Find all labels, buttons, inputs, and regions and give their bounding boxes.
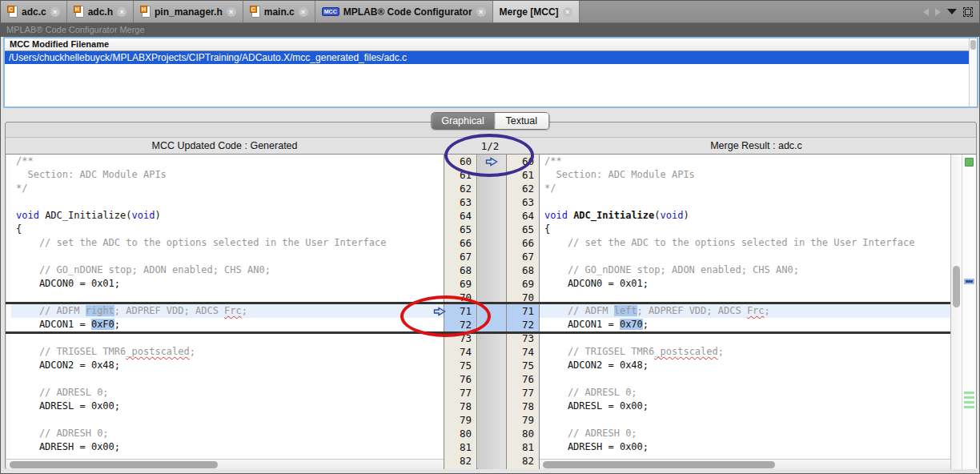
line-number-61: 61	[444, 168, 476, 182]
tab-controls	[917, 1, 979, 22]
code-line-79	[540, 413, 950, 427]
mplab-merge-window: Cadc.c×Hadc.h×Hpin_manager.h×Cmain.c×MCC…	[0, 0, 980, 474]
tabs: Cadc.c×Hadc.h×Hpin_manager.h×Cmain.c×MCC…	[1, 1, 580, 22]
vertical-scrollbar-thumb[interactable]	[953, 266, 960, 307]
maximize-window-icon[interactable]	[963, 7, 973, 17]
left-code-pane[interactable]: /** Section: ADC Module APIs*/void ADC_I…	[6, 155, 444, 469]
code-line-71: // ADFM left; ADPREF VDD; ADCS Frc;	[540, 304, 950, 318]
c-file-icon: C	[7, 6, 18, 18]
code-line-65: {	[11, 223, 444, 236]
line-number-76: 76	[507, 372, 539, 386]
code-line-62: */	[11, 182, 444, 195]
selected-file-row[interactable]: /Users/chuckhellebuyck/MPLABXProjects/CI…	[5, 51, 977, 64]
line-number-65: 65	[444, 223, 476, 236]
line-number-80: 80	[507, 427, 539, 440]
editor-tab-bar: Cadc.c×Hadc.h×Hpin_manager.h×Cmain.c×MCC…	[1, 1, 979, 23]
h-file-icon: H	[140, 6, 151, 18]
line-number-82: 82	[444, 454, 476, 468]
scroll-tabs-left-icon[interactable]	[923, 8, 929, 16]
code-line-60: /**	[11, 155, 444, 168]
line-number-64: 64	[444, 209, 476, 223]
close-tab-icon[interactable]: ×	[50, 7, 60, 17]
diff-content: /** Section: ADC Module APIs*/void ADC_I…	[6, 155, 976, 469]
tab-adc-h[interactable]: Hadc.h×	[67, 1, 134, 22]
line-number-61: 61	[507, 168, 539, 182]
line-number-80: 80	[444, 427, 476, 440]
code-line-63	[11, 195, 444, 209]
line-number-75: 75	[507, 359, 539, 372]
merge-window-title: MPLAB® Code Configurator Merge	[1, 23, 979, 37]
line-number-75: 75	[444, 359, 476, 372]
tab-mplab-code-configurator[interactable]: MCCMPLAB® Code Configurator×	[315, 1, 493, 22]
code-line-80: // ADRESH 0;	[540, 427, 950, 440]
line-number-71: 71	[507, 304, 539, 318]
line-number-81: 81	[507, 440, 539, 454]
close-tab-icon[interactable]: ×	[117, 7, 127, 17]
tab-list-dropdown-icon[interactable]	[947, 9, 957, 14]
mcc-icon: MCC	[322, 7, 339, 16]
line-number-78: 78	[507, 400, 539, 413]
filename-column-header[interactable]: MCC Modified Filename	[5, 38, 977, 51]
horizontal-scrollbar-thumb[interactable]	[543, 461, 775, 468]
code-line-75: ADCON2 = 0x48;	[11, 359, 444, 372]
line-number-77: 77	[507, 386, 539, 400]
close-tab-icon[interactable]: ×	[476, 7, 486, 17]
code-line-61: Section: ADC Module APIs	[540, 168, 950, 182]
file-list-scrollbar-thumb[interactable]	[970, 40, 976, 50]
tab-pin-manager-h[interactable]: Hpin_manager.h×	[134, 1, 243, 22]
stripe-change-marks[interactable]	[964, 392, 974, 411]
c-file-icon: C	[250, 6, 260, 18]
merge-diff-panel: MCC Updated Code : Generated 1/2 Merge R…	[5, 122, 977, 469]
code-line-81: ADRESH = 0x00;	[11, 440, 444, 454]
line-number-66: 66	[444, 236, 476, 250]
right-line-numbers: 6061626364656667686970717273747576777879…	[506, 155, 540, 469]
line-number-66: 66	[507, 236, 539, 250]
code-line-68: // GO_nDONE stop; ADON enabled; CHS AN0;	[540, 263, 950, 277]
code-line-66: // set the ADC to the options selected i…	[11, 236, 444, 250]
code-line-76	[540, 372, 950, 386]
code-line-68: // GO_nDONE stop; ADON enabled; CHS AN0;	[11, 263, 444, 277]
pane-headers: MCC Updated Code : Generated 1/2 Merge R…	[6, 137, 976, 155]
right-pane-title: Merge Result : adc.c	[536, 138, 976, 154]
stripe-status-ok-mark[interactable]	[965, 158, 974, 167]
tab-label: pin_manager.h	[155, 6, 223, 18]
code-line-77: // ADRESL 0;	[540, 386, 950, 400]
right-pane-vertical-scrollbar[interactable]	[950, 155, 962, 469]
graphical-view-button[interactable]: Graphical	[432, 113, 494, 129]
tab-merge-mcc-[interactable]: Merge [MCC]×	[493, 1, 580, 22]
line-number-81: 81	[444, 440, 476, 454]
apply-change-arrow-icon[interactable]	[485, 157, 499, 167]
tab-adc-c[interactable]: Cadc.c×	[1, 1, 67, 22]
code-line-71: // ADFM right; ADPREF VDD; ADCS Frc;	[11, 304, 444, 318]
textual-view-button[interactable]: Textual	[494, 113, 548, 129]
code-line-72: ADCON1 = 0xF0;	[11, 318, 444, 331]
line-number-79: 79	[507, 413, 539, 427]
left-line-numbers: 6061626364656667686970717273747576777879…	[444, 155, 477, 469]
close-tab-icon[interactable]: ×	[299, 7, 308, 17]
line-number-62: 62	[444, 182, 476, 195]
h-file-icon: H	[74, 6, 84, 18]
close-tab-icon[interactable]: ×	[563, 7, 572, 17]
line-number-69: 69	[507, 277, 539, 291]
code-line-78: ADRESL = 0x00;	[540, 400, 950, 413]
scroll-tabs-right-icon[interactable]	[935, 8, 941, 16]
code-line-76	[11, 372, 444, 386]
close-tab-icon[interactable]: ×	[227, 7, 236, 17]
left-pane-horizontal-scrollbar[interactable]	[6, 459, 444, 469]
tab-label: adc.h	[88, 6, 113, 18]
code-line-74: // TRIGSEL TMR6_postscaled;	[540, 345, 950, 359]
code-line-80: // ADRESH 0;	[11, 427, 444, 440]
file-list-scrollbar[interactable]	[969, 38, 977, 106]
stripe-current-diff-mark[interactable]	[964, 279, 974, 284]
left-pane-title: MCC Updated Code : Generated	[6, 138, 444, 154]
line-number-62: 62	[507, 182, 539, 195]
apply-change-arrow-icon[interactable]	[433, 307, 447, 316]
code-line-74: // TRIGSEL TMR6_postscaled;	[11, 345, 444, 359]
line-number-72: 72	[507, 318, 539, 331]
line-number-64: 64	[507, 209, 539, 223]
right-code-pane[interactable]: /** Section: ADC Module APIs*/void ADC_I…	[540, 155, 950, 469]
diff-counter: 1/2	[444, 138, 536, 154]
right-pane-horizontal-scrollbar[interactable]	[540, 459, 950, 469]
horizontal-scrollbar-thumb[interactable]	[10, 461, 218, 468]
tab-main-c[interactable]: Cmain.c×	[243, 1, 315, 22]
